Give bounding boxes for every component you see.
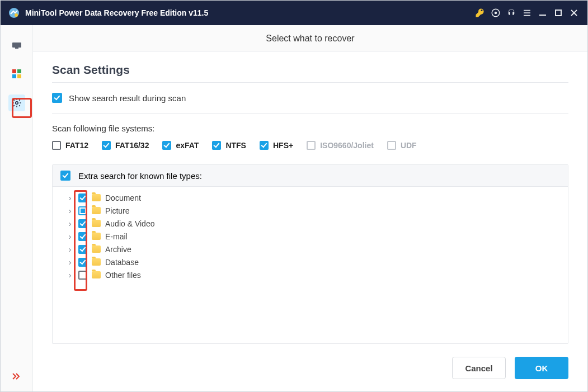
folder-icon <box>92 220 101 227</box>
expand-icon[interactable]: › <box>66 271 74 280</box>
filetype-row-audio-video: ›Audio & Video <box>53 217 568 230</box>
cancel-button[interactable]: Cancel <box>452 357 506 379</box>
svg-point-3 <box>495 12 497 14</box>
svg-rect-11 <box>12 69 16 73</box>
show-results-label: Show search result during scan <box>69 93 186 103</box>
app-title: MiniTool Power Data Recovery Free Editio… <box>25 8 208 17</box>
svg-rect-4 <box>524 10 530 11</box>
filetype-row-e-mail: ›E-mail <box>53 230 568 243</box>
section-heading: Scan Settings <box>52 63 568 77</box>
fs-label-text: NTFS <box>225 141 246 150</box>
extra-search-checkbox[interactable] <box>60 171 70 181</box>
folder-icon <box>92 258 101 266</box>
fs-heading: Scan following file systems: <box>52 124 568 133</box>
fs-option-fat1632[interactable]: FAT16/32 <box>102 141 149 150</box>
filetype-row-document: ›Document <box>53 191 568 204</box>
filetype-checkbox[interactable] <box>78 219 87 228</box>
folder-icon <box>92 245 101 253</box>
main-panel: Select what to recover Scan Settings Sho… <box>33 25 587 391</box>
sidebar-item-recover[interactable] <box>8 36 25 53</box>
fs-label-text: FAT16/32 <box>115 141 149 150</box>
fs-checkbox[interactable] <box>162 141 171 150</box>
svg-rect-8 <box>556 10 561 16</box>
filetype-label: Archive <box>105 245 131 254</box>
fs-checkbox[interactable] <box>260 141 269 150</box>
ok-button[interactable]: OK <box>515 357 568 379</box>
filetype-checkbox[interactable] <box>78 232 87 241</box>
expand-icon[interactable]: › <box>66 232 74 241</box>
fs-checkbox <box>387 141 396 150</box>
folder-icon <box>92 233 101 240</box>
maximize-button[interactable] <box>551 5 566 21</box>
svg-rect-13 <box>12 74 16 78</box>
support-icon[interactable] <box>504 5 519 21</box>
footer: Cancel OK <box>33 351 587 391</box>
fs-option-ntfs[interactable]: NTFS <box>212 141 246 150</box>
disc-icon[interactable] <box>488 5 504 21</box>
app-window: MiniTool Power Data Recovery Free Editio… <box>0 0 588 392</box>
svg-rect-14 <box>17 74 21 78</box>
fs-checkbox[interactable] <box>102 141 111 150</box>
fs-option-exfat[interactable]: exFAT <box>162 141 199 150</box>
filetype-row-archive: ›Archive <box>53 243 568 256</box>
expand-icon[interactable]: › <box>66 245 74 254</box>
filetype-tree: ›Document›Picture›Audio & Video›E-mail›A… <box>53 187 568 343</box>
svg-point-0 <box>9 8 19 18</box>
svg-point-15 <box>15 102 18 105</box>
filetype-checkbox[interactable] <box>78 245 87 254</box>
fs-checkbox[interactable] <box>52 141 61 150</box>
sidebar-item-dashboard[interactable] <box>8 65 25 82</box>
sidebar-item-settings[interactable] <box>8 95 25 111</box>
page-title: Select what to recover <box>33 25 587 52</box>
svg-rect-12 <box>17 69 21 73</box>
extra-search-label: Extra search for known file types: <box>78 171 202 181</box>
sidebar <box>1 25 33 391</box>
close-button[interactable] <box>566 5 582 21</box>
expand-icon[interactable]: › <box>66 258 74 267</box>
fs-option-iso9660joliet: ISO9660/Joliet <box>307 141 374 150</box>
svg-point-1 <box>15 13 18 17</box>
folder-icon <box>92 194 101 201</box>
fs-option-hfs[interactable]: HFS+ <box>260 141 293 150</box>
svg-rect-7 <box>539 15 546 16</box>
filetype-checkbox[interactable] <box>78 258 87 267</box>
fs-label-text: exFAT <box>176 141 199 150</box>
menu-icon[interactable] <box>519 5 535 21</box>
license-key-icon[interactable] <box>472 5 488 21</box>
filetype-checkbox[interactable] <box>78 193 87 202</box>
filetype-row-database: ›Database <box>53 256 568 268</box>
extra-search-panel: Extra search for known file types: ›Docu… <box>52 164 568 344</box>
app-logo-icon <box>8 7 20 18</box>
folder-icon <box>92 207 101 214</box>
filetype-checkbox[interactable] <box>78 206 87 215</box>
divider <box>52 113 568 114</box>
fs-option-fat12[interactable]: FAT12 <box>52 141 88 150</box>
expand-icon[interactable]: › <box>66 193 74 202</box>
extra-search-header: Extra search for known file types: <box>53 165 568 187</box>
minimize-button[interactable] <box>535 5 551 21</box>
filetype-label: Database <box>105 258 139 267</box>
svg-rect-5 <box>524 12 530 13</box>
svg-rect-10 <box>15 48 18 49</box>
svg-rect-6 <box>524 15 530 16</box>
fs-label-text: UDF <box>401 141 417 150</box>
divider <box>52 82 568 83</box>
fs-option-udf: UDF <box>387 141 417 150</box>
show-results-checkbox[interactable] <box>52 93 62 103</box>
fs-label-text: ISO9660/Joliet <box>320 141 374 150</box>
svg-rect-9 <box>12 42 21 48</box>
expand-icon[interactable]: › <box>66 206 74 215</box>
filetype-label: E-mail <box>105 232 128 241</box>
fs-label-text: HFS+ <box>273 141 293 150</box>
expand-icon[interactable]: › <box>66 219 74 228</box>
filetype-row-picture: ›Picture <box>53 204 568 217</box>
fs-checkbox <box>307 141 316 150</box>
filesystem-row: FAT12FAT16/32exFATNTFSHFS+ISO9660/Joliet… <box>52 141 568 150</box>
titlebar: MiniTool Power Data Recovery Free Editio… <box>1 1 587 25</box>
filetype-checkbox[interactable] <box>78 271 87 280</box>
filetype-label: Document <box>105 193 141 202</box>
fs-checkbox[interactable] <box>212 141 221 150</box>
filetype-row-other-files: ›Other files <box>53 268 568 281</box>
fs-label-text: FAT12 <box>65 141 88 150</box>
expand-sidebar-icon[interactable] <box>12 372 22 382</box>
